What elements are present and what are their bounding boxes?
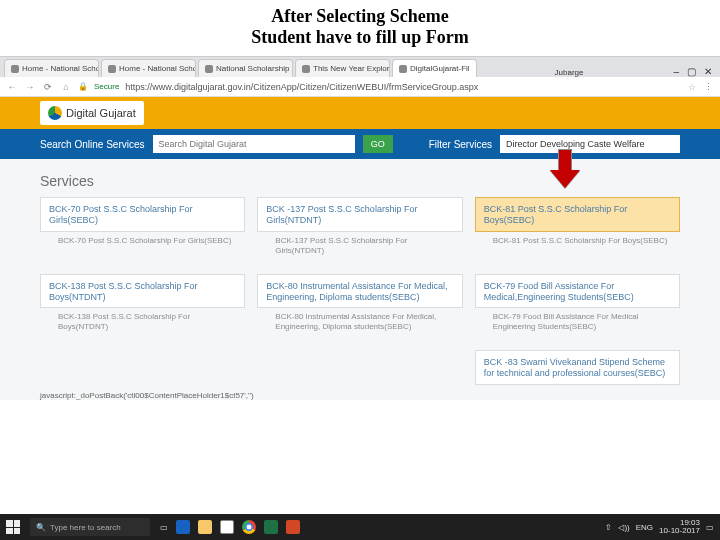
service-title: BCK -137 Post S.S.C Scholarship For Girl… — [266, 204, 417, 225]
services-heading: Services — [40, 173, 680, 189]
lock-icon: 🔒 — [78, 82, 88, 91]
notifications-icon[interactable]: ▭ — [706, 523, 714, 532]
service-cell: BCK -83 Swami Vivekanand Stipend Scheme … — [475, 350, 680, 385]
service-cell-empty — [40, 350, 245, 385]
slide-title-line1: After Selecting Scheme — [0, 6, 720, 27]
browser-tab[interactable]: This New Year Explore S — [295, 59, 390, 77]
taskbar-apps: ▭ — [160, 520, 300, 534]
service-cell: BCK-70 Post S.S.C Scholarship For Girls(… — [40, 197, 245, 264]
filter-select[interactable] — [500, 135, 680, 153]
url-field[interactable]: https://www.digitalgujarat.gov.in/Citize… — [125, 82, 682, 92]
service-title: BCK-70 Post S.S.C Scholarship For Girls(… — [49, 204, 193, 225]
bookmark-star-icon[interactable]: ☆ — [688, 82, 696, 92]
favicon-icon — [399, 65, 407, 73]
service-cell: BCK-138 Post S.S.C Scholarship For Boys(… — [40, 274, 245, 341]
browser-tabbar: Home - National Schola Home - National S… — [0, 57, 720, 77]
taskbar-search[interactable]: 🔍 Type here to search — [30, 518, 150, 536]
tray-up-icon[interactable]: ⇧ — [605, 523, 612, 532]
chrome-icon[interactable] — [242, 520, 256, 534]
status-bar-text: javascript:_doPostBack('ctl00$ContentPla… — [40, 391, 680, 400]
service-title: BCK -83 Swami Vivekanand Stipend Scheme … — [484, 357, 666, 378]
tab-label: Home - National Schola — [119, 64, 196, 73]
service-card[interactable]: BCK-138 Post S.S.C Scholarship For Boys(… — [40, 274, 245, 309]
tab-label: National Scholarship S — [216, 64, 293, 73]
services-content: Services BCK-70 Post S.S.C Scholarship F… — [0, 159, 720, 400]
file-explorer-icon[interactable] — [198, 520, 212, 534]
highlight-arrow-icon — [550, 149, 580, 188]
search-label: Search Online Services — [40, 139, 145, 150]
windows-taskbar: 🔍 Type here to search ▭ ⇧ ◁)) ENG 19:03 … — [0, 514, 720, 540]
service-subtitle: BCK-80 Instrumental Assistance For Medic… — [257, 308, 462, 340]
service-subtitle: BCK-137 Post S.S.C Scholarship For Girls… — [257, 232, 462, 264]
service-cell: BCK-80 Instrumental Assistance For Medic… — [257, 274, 462, 341]
kebab-menu-icon[interactable]: ⋮ — [702, 82, 714, 92]
service-subtitle: BCK-70 Post S.S.C Scholarship For Girls(… — [40, 232, 245, 254]
service-card[interactable]: BCK -83 Swami Vivekanand Stipend Scheme … — [475, 350, 680, 385]
service-title: BCK-81 Post S.S.C Scholarship For Boys(S… — [484, 204, 628, 225]
tab-label: Home - National Schola — [22, 64, 99, 73]
service-title: BCK-80 Instrumental Assistance For Medic… — [266, 281, 447, 302]
back-icon[interactable]: ← — [6, 82, 18, 92]
go-button[interactable]: GO — [363, 135, 393, 153]
service-subtitle: BCK-79 Food Bill Assistance For Medical … — [475, 308, 680, 340]
volume-icon[interactable]: ◁)) — [618, 523, 629, 532]
logo-icon — [48, 106, 62, 120]
search-input[interactable] — [153, 135, 355, 153]
window-controls: – ▢ ✕ — [665, 66, 720, 77]
logo-text: Digital Gujarat — [66, 107, 136, 119]
reload-icon[interactable]: ⟳ — [42, 82, 54, 92]
start-button[interactable] — [6, 520, 20, 534]
window-minimize-icon[interactable]: – — [673, 66, 679, 77]
language-indicator[interactable]: ENG — [636, 523, 653, 532]
favicon-icon — [302, 65, 310, 73]
browser-tab[interactable]: Home - National Schola — [4, 59, 99, 77]
search-icon: 🔍 — [36, 523, 46, 532]
window-maximize-icon[interactable]: ▢ — [687, 66, 696, 77]
service-cell-empty — [257, 350, 462, 385]
home-icon[interactable]: ⌂ — [60, 82, 72, 92]
browser-tab[interactable]: National Scholarship S — [198, 59, 293, 77]
service-card[interactable]: BCK-70 Post S.S.C Scholarship For Girls(… — [40, 197, 245, 232]
tab-label: This New Year Explore S — [313, 64, 390, 73]
services-grid: BCK-70 Post S.S.C Scholarship For Girls(… — [40, 197, 680, 385]
excel-icon[interactable] — [264, 520, 278, 534]
clock-date: 10-10-2017 — [659, 527, 700, 535]
browser-tab[interactable]: Home - National Schola — [101, 59, 196, 77]
site-banner: Digital Gujarat — [0, 97, 720, 129]
service-search-row: Search Online Services GO Filter Service… — [0, 129, 720, 159]
favicon-icon — [108, 65, 116, 73]
profile-name[interactable]: Jubarge — [555, 68, 588, 77]
task-view-icon[interactable]: ▭ — [160, 523, 168, 532]
slide-title: After Selecting Scheme Student have to f… — [0, 0, 720, 56]
slide-title-line2: Student have to fill up Form — [0, 27, 720, 48]
taskbar-search-placeholder: Type here to search — [50, 523, 121, 532]
site-logo[interactable]: Digital Gujarat — [40, 101, 144, 125]
service-title: BCK-79 Food Bill Assistance For Medical,… — [484, 281, 634, 302]
secure-label: Secure — [94, 82, 119, 91]
service-cell: BCK-79 Food Bill Assistance For Medical,… — [475, 274, 680, 341]
service-title: BCK-138 Post S.S.C Scholarship For Boys(… — [49, 281, 198, 302]
powerpoint-icon[interactable] — [286, 520, 300, 534]
favicon-icon — [205, 65, 213, 73]
taskbar-clock[interactable]: 19:03 10-10-2017 — [659, 519, 700, 535]
system-tray: ⇧ ◁)) ENG 19:03 10-10-2017 ▭ — [605, 519, 714, 535]
service-subtitle: BCK-81 Post S.S.C Scholarship For Boys(S… — [475, 232, 680, 254]
browser-tab-active[interactable]: DigitalGujarat-Fil — [392, 59, 477, 77]
service-card-highlighted[interactable]: BCK-81 Post S.S.C Scholarship For Boys(S… — [475, 197, 680, 232]
forward-icon[interactable]: → — [24, 82, 36, 92]
address-bar: ← → ⟳ ⌂ 🔒 Secure https://www.digitalguja… — [0, 77, 720, 97]
service-subtitle: BCK-138 Post S.S.C Scholarship For Boys(… — [40, 308, 245, 340]
window-close-icon[interactable]: ✕ — [704, 66, 712, 77]
mail-icon[interactable] — [220, 520, 234, 534]
filter-label: Filter Services — [429, 139, 492, 150]
browser-chrome: Home - National Schola Home - National S… — [0, 56, 720, 97]
service-cell: BCK-81 Post S.S.C Scholarship For Boys(S… — [475, 197, 680, 264]
service-card[interactable]: BCK -137 Post S.S.C Scholarship For Girl… — [257, 197, 462, 232]
edge-icon[interactable] — [176, 520, 190, 534]
favicon-icon — [11, 65, 19, 73]
service-card[interactable]: BCK-80 Instrumental Assistance For Medic… — [257, 274, 462, 309]
tab-label: DigitalGujarat-Fil — [410, 64, 470, 73]
service-cell: BCK -137 Post S.S.C Scholarship For Girl… — [257, 197, 462, 264]
service-card[interactable]: BCK-79 Food Bill Assistance For Medical,… — [475, 274, 680, 309]
